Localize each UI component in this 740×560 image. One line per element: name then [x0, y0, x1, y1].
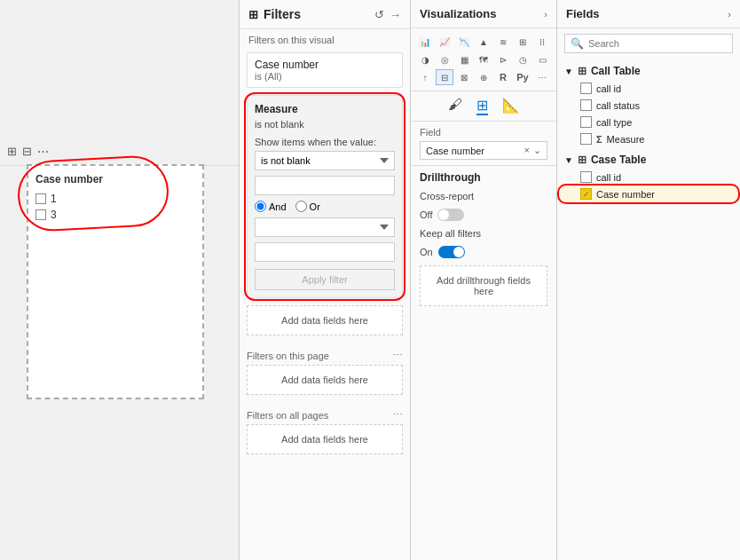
tree-item-case-number[interactable]: ✓ Case number [557, 185, 740, 202]
viz-icon-more[interactable]: ⋯ [533, 69, 551, 85]
viz-action-row: 🖌 ⊞ 📐 [411, 91, 556, 122]
viz-analytics-icon[interactable]: 📐 [502, 97, 520, 115]
tree-group-call-table: ▼ ⊞ Call Table call id call status call … [557, 62, 740, 147]
filter-funnel-icon: ⊞ [248, 8, 258, 21]
tree-item-measure[interactable]: Σ Measure [557, 130, 740, 147]
fields-tree: ▼ ⊞ Call Table call id call status call … [557, 59, 740, 560]
viz-icon-r[interactable]: R [494, 69, 512, 85]
viz-icon-funnel[interactable]: ⊳ [494, 51, 512, 67]
filters-all-more[interactable]: ⋯ [393, 409, 403, 421]
or-radio-label[interactable]: Or [295, 201, 320, 212]
viz-icon-line[interactable]: 📉 [455, 34, 473, 50]
filter-card-title: Case number [255, 59, 395, 71]
filter-icon[interactable]: ⊞ [7, 145, 17, 158]
case-table-label: Case Table [591, 154, 646, 166]
viz-icon-pie[interactable]: ◑ [416, 51, 434, 67]
canvas-toolbar: ⊞ ⊟ ⋯ [0, 138, 239, 166]
checkbox-2[interactable] [35, 209, 46, 220]
checkbox-label-2: 3 [51, 209, 57, 221]
call-type-label: call type [596, 117, 632, 128]
cross-report-track[interactable] [437, 209, 464, 221]
tree-group-case-table-header[interactable]: ▼ ⊞ Case Table [557, 151, 740, 169]
drillthrough-section: Drillthrough Cross-report Off Keep all f… [411, 165, 556, 312]
tree-group-call-table-header[interactable]: ▼ ⊞ Call Table [557, 62, 740, 80]
viz-icon-treemap[interactable]: ▦ [455, 51, 473, 67]
keep-filters-track[interactable] [438, 246, 465, 258]
checkbox-call-status[interactable] [580, 99, 592, 111]
viz-icon-donut[interactable]: ◎ [436, 51, 453, 67]
condition-input[interactable] [255, 176, 395, 195]
checkbox-case-number[interactable]: ✓ [580, 188, 592, 200]
cross-report-thumb [438, 209, 449, 220]
add-fields-all[interactable]: Add data fields here [247, 424, 403, 454]
viz-icon-ribbon[interactable]: ≋ [494, 34, 512, 50]
field-input-row[interactable]: Case number × ⌄ [420, 141, 547, 160]
viz-icon-waterfall[interactable]: ⊞ [514, 34, 531, 50]
field-section: Field Case number × ⌄ [411, 122, 556, 165]
filters-on-page-label: Filters on this page ⋯ [247, 350, 403, 361]
tree-item-call-status[interactable]: call status [557, 97, 740, 114]
filters-on-page-more[interactable]: ⋯ [393, 350, 403, 361]
field-clear-icon[interactable]: × [524, 145, 530, 156]
filters-header-icons: ↺ → [374, 8, 401, 21]
add-fields-page[interactable]: Add data fields here [247, 365, 403, 395]
checkbox-measure[interactable] [580, 133, 592, 145]
cross-report-toggle[interactable]: Off [420, 209, 547, 221]
add-drillthrough-box[interactable]: Add drillthrough fields here [420, 265, 547, 306]
viz-chevron[interactable]: › [544, 9, 547, 20]
fields-search-box[interactable]: 🔍 [564, 34, 733, 53]
viz-fields-icon[interactable]: ⊞ [476, 97, 488, 115]
filters-expand-icon[interactable]: → [390, 8, 401, 21]
viz-icon-python[interactable]: Py [514, 69, 531, 85]
collapse-icon-call: ▼ [564, 67, 573, 76]
filters-refresh-icon[interactable]: ↺ [374, 8, 384, 21]
search-input[interactable] [588, 38, 727, 49]
checkbox-case-call-id[interactable] [580, 171, 592, 183]
viz-icon-card[interactable]: ▭ [533, 51, 551, 67]
or-radio[interactable] [295, 201, 307, 212]
tree-item-call-id[interactable]: call id [557, 80, 740, 97]
measure-filter-box: Measure is not blank Show items when the… [247, 95, 403, 298]
viz-paintbrush-icon[interactable]: 🖌 [448, 97, 462, 115]
viz-icon-kpi[interactable]: ↑ [416, 69, 434, 85]
field-dropdown-icon[interactable]: ⌄ [533, 145, 541, 156]
viz-icon-bar[interactable]: 📊 [416, 34, 434, 50]
filters-on-all-pages-section: Filters on all pages ⋯ Add data fields h… [247, 409, 403, 458]
viz-icon-table[interactable]: ⊟ [436, 69, 453, 85]
keep-filters-toggle[interactable]: On [420, 246, 547, 258]
tree-item-case-call-id[interactable]: call id [557, 169, 740, 185]
table-view-icon[interactable]: ⊟ [22, 145, 32, 158]
viz-icon-map[interactable]: 🗺 [475, 51, 492, 67]
more-icon[interactable]: ⋯ [37, 145, 49, 158]
call-id-label: call id [596, 83, 621, 94]
viz-icon-column[interactable]: 📈 [436, 34, 453, 50]
fields-chevron[interactable]: › [728, 9, 731, 20]
and-radio[interactable] [255, 201, 266, 212]
filters-on-page-section: Filters on this page ⋯ Add data fields h… [247, 350, 403, 398]
condition-input-2[interactable] [255, 242, 395, 262]
filters-title: ⊞ Filters [248, 7, 301, 21]
visualizations-panel: Visualizations › 📊 📈 📉 ▲ ≋ ⊞ ⁞⁞ ◑ ◎ ▦ 🗺 … [411, 0, 557, 560]
drillthrough-title: Drillthrough [420, 171, 547, 184]
checkbox-row-1[interactable]: 1 [35, 193, 195, 205]
checkbox-call-id[interactable] [580, 83, 592, 94]
tree-item-call-type[interactable]: call type [557, 114, 740, 130]
filters-panel: ⊞ Filters ↺ → Filters on this visual Cas… [240, 0, 411, 560]
keep-filters-thumb [453, 247, 464, 257]
checkbox-call-type[interactable] [580, 116, 592, 128]
add-fields-visual[interactable]: Add data fields here [247, 305, 403, 335]
condition-select-2[interactable] [255, 217, 395, 237]
checkbox-1[interactable] [35, 193, 46, 204]
filter-card-case-number[interactable]: Case number is (All) [247, 52, 403, 88]
apply-filter-button[interactable]: Apply filter [255, 269, 395, 290]
viz-icon-matrix[interactable]: ⊠ [455, 69, 473, 85]
and-radio-label[interactable]: And [255, 201, 287, 212]
viz-icon-area[interactable]: ▲ [475, 34, 492, 50]
checkbox-row-2[interactable]: 3 [35, 209, 195, 221]
fields-title: Fields [566, 7, 600, 20]
measure-filter-title: Measure [255, 103, 395, 115]
condition-select[interactable]: is not blank is blank is greater than is… [255, 151, 395, 170]
viz-icon-scatter[interactable]: ⁞⁞ [533, 34, 551, 50]
viz-icon-custom1[interactable]: ⊕ [475, 69, 492, 85]
viz-icon-gauge[interactable]: ◷ [514, 51, 531, 67]
